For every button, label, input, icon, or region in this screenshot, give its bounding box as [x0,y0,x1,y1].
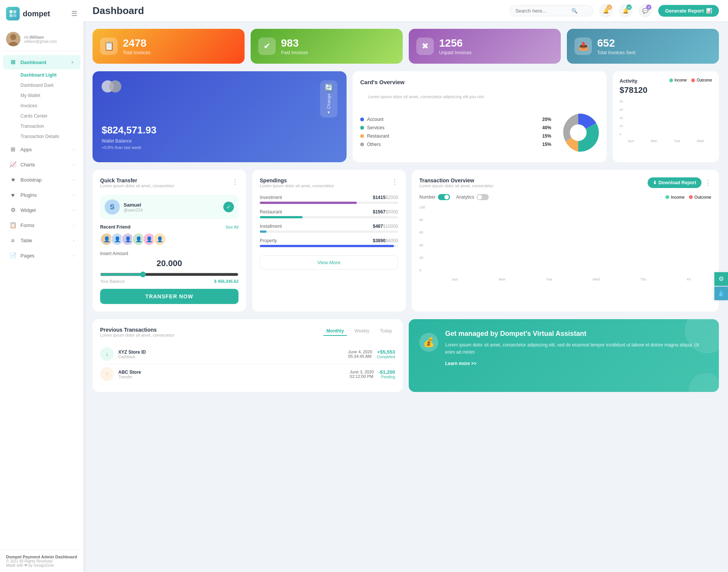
va-decoration-circle-2 [689,373,719,392]
content-area: 📋 2478 Total Invoices ✔ 983 Paid Invoice… [83,21,728,572]
see-all-link[interactable]: See All [226,225,238,229]
sidebar-item-label: Bootstrap [20,177,42,183]
quick-transfer-header: Quick Transfer Lorem ipsum dolor sit ame… [100,177,238,193]
tx-status-2: Pending [378,375,395,379]
to-controls: Number Analytics Inc [419,194,711,200]
sidebar-nav: ⊞ Dashboard ▼ Dashboard Light Dashboard … [0,51,83,550]
x-label-mon: Mon [651,139,657,143]
sidebar-item-pages[interactable]: 📄 Pages › [3,248,80,263]
hamburger-icon[interactable]: ☰ [71,9,77,18]
legend-pct-others: 15% [542,142,551,147]
sidebar-item-bootstrap[interactable]: ★ Bootstrap › [3,172,80,187]
stat-value-total-invoices: 2478 [123,37,151,49]
toggle-knob-number [444,195,449,199]
search-icon[interactable]: 🔍 [571,8,577,14]
chart-icon: 📊 [706,8,712,14]
search-input[interactable] [515,8,568,14]
view-more-button[interactable]: View More [260,255,398,270]
pt-tab-today[interactable]: Today [377,327,395,336]
change-button[interactable]: 🔄 Change ▼ [320,80,337,118]
spendings-dots[interactable]: ⋮ [391,177,398,186]
sidebar-item-transaction[interactable]: Transaction [14,121,80,131]
sidebar-item-label: Dashboard [20,60,46,65]
cards-overview: Card's Overview Lorem ipsum dolor sit am… [353,71,607,162]
balance-row: Your Balance $ 456,345.62 [100,279,238,284]
chevron-right-icon: › [73,178,74,182]
transfer-now-button[interactable]: TRANSFER NOW [100,289,238,304]
refresh-icon: 🔄 [325,83,333,92]
alerts-badge: 12 [626,5,632,10]
sidebar-item-dashboard[interactable]: ⊞ Dashboard ▼ [3,55,80,69]
sidebar-item-invoices[interactable]: Invoices [14,101,80,111]
contact-check-icon: ✓ [223,202,234,212]
svg-point-5 [10,34,16,40]
legend-dot-account [360,118,364,121]
sidebar-item-cards-center[interactable]: Cards Center [14,111,80,121]
sidebar-item-dashboard-dark[interactable]: Dashboard Dark [14,80,80,90]
generate-btn-label: Generate Report [665,8,704,14]
progress-fill-property [260,245,394,247]
tx-sub-2: Transfer [118,375,141,379]
header: Dashboard 🔍 🔔 2 🔔 12 💬 5 Generate Report… [83,0,728,21]
download-report-button[interactable]: ⬇ Download Report [648,177,701,188]
plugins-icon: ♥ [9,191,17,199]
toggle-analytics[interactable] [477,194,489,200]
va-learn-more-link[interactable]: Learn more >> [445,361,477,366]
pt-tabs: Monthly Weekly Today [323,327,395,336]
quick-transfer-card: Quick Transfer Lorem ipsum dolor sit ame… [93,170,246,312]
to-legend-income: Income [665,195,684,199]
quick-transfer-dots[interactable]: ⋮ [232,177,238,186]
change-label: Change [327,93,331,109]
sidebar-item-my-wallet[interactable]: My Wallet [14,91,80,100]
generate-report-button[interactable]: Generate Report 📊 [658,5,719,17]
activity-y-axis: 806040200 [620,100,623,136]
footer-made-with: Made with ❤ by DesignZone [6,563,77,567]
tx-icon-2: ↑ [100,367,114,381]
spending-item-investment: Investment $1415$2000 [260,195,398,204]
x-label-tue: Tue [674,139,680,143]
legend-pct-account: 20% [542,117,551,122]
sidebar-item-dashboard-light[interactable]: Dashboard Light [14,70,80,80]
sidebar-item-table[interactable]: ≡ Table › [3,233,80,248]
x-label-thu: Thu [640,277,646,281]
amount-slider[interactable] [100,271,238,277]
stat-icon-paid-invoices: ✔ [258,38,276,55]
sidebar-item-transaction-details[interactable]: Transaction Details [14,132,80,141]
toggle-number[interactable] [438,194,450,200]
alerts-bell[interactable]: 🔔 12 [619,4,632,17]
quick-transfer-title: Quick Transfer [100,177,174,183]
sidebar-item-label: Table [20,238,32,243]
to-income-label: Income [671,195,684,199]
tx-date-value-1: June 4, 2020 [348,349,372,354]
to-dots[interactable]: ⋮ [704,179,711,187]
legend-label-others: Others [367,142,381,147]
to-legend-outcome: Outcome [689,195,711,199]
toggle-group-analytics: Analytics [456,194,489,200]
lower-row: Previous Transactions Lorem ipsum dolor … [93,319,719,392]
spending-max-investment: $2000 [386,195,398,200]
spending-item-property: Property $3890$4000 [260,238,398,247]
toggle-label-analytics: Analytics [456,194,474,200]
sidebar-item-apps[interactable]: ⊞ Apps › [3,142,80,157]
spending-label-installment: Installment [260,224,282,229]
water-float-btn[interactable]: 💧 [714,287,728,300]
notifications-bell[interactable]: 🔔 2 [599,4,613,17]
sidebar-item-plugins[interactable]: ♥ Plugins › [3,188,80,202]
transaction-row-1: ↓ XYZ Store ID Cashback June 4, 2020 05:… [100,344,395,364]
sidebar-item-charts[interactable]: 📈 Charts › [3,157,80,172]
download-report-label: Download Report [659,180,696,185]
apps-icon: ⊞ [9,146,17,153]
to-y-axis: 100806040200 [419,205,430,272]
messages-icon[interactable]: 💬 5 [639,4,652,17]
pt-tab-monthly[interactable]: Monthly [323,327,347,336]
sidebar-item-forms[interactable]: 📋 Forms › [3,218,80,232]
to-chart-area: 100806040200 [419,205,711,281]
sidebar-item-widget[interactable]: ⚙ Widget › [3,203,80,217]
settings-float-btn[interactable]: ⚙ [714,272,728,286]
to-header: Transaction Overview Lorem ipsum dolor s… [419,177,711,193]
to-outcome-label: Outcome [694,195,711,199]
chevron-down-icon: ▼ [71,60,74,64]
floating-buttons: ⚙ 💧 [714,272,728,300]
pt-tab-weekly[interactable]: Weekly [351,327,372,336]
pt-title: Previous Transactions [100,327,174,333]
